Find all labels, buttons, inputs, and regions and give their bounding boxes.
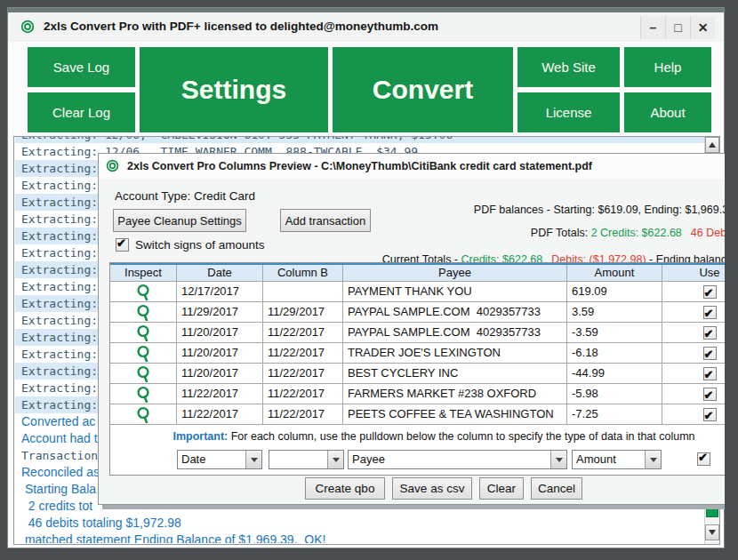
payee-cell: TRADER JOE'S LEXINGTON <box>343 343 567 364</box>
column-type-dropdown-date[interactable]: Date <box>177 450 262 469</box>
moneythumb-logo-icon <box>106 159 119 176</box>
chevron-down-icon[interactable] <box>327 451 343 468</box>
column-type-dropdown-payee[interactable]: Payee <box>348 450 567 469</box>
important-note: Important: For each column, use the pull… <box>110 425 738 448</box>
payee-cleanup-settings-button[interactable]: Payee Cleanup Settings <box>113 209 246 232</box>
chevron-down-icon[interactable] <box>245 451 261 468</box>
dialog-body: Account Type: Credit Card PDF balances -… <box>99 179 738 504</box>
dropdown-value: Date <box>181 452 205 466</box>
table-row: 11/22/201711/22/2017PEETS COFFEE & TEA W… <box>110 404 738 425</box>
use-checkbox[interactable] <box>703 326 717 340</box>
inspect-magnifier-icon[interactable] <box>110 364 177 384</box>
table-row: 11/20/201711/22/2017PAYPAL SAMPLE.COM 40… <box>110 323 738 343</box>
chevron-down-icon[interactable] <box>645 451 661 468</box>
scroll-up-button[interactable] <box>705 137 719 153</box>
account-type-label: Account Type: Credit Card <box>115 189 255 203</box>
date-cell: 12/17/2017 <box>177 282 263 302</box>
use-checkbox[interactable] <box>703 388 717 401</box>
inspect-magnifier-icon[interactable] <box>110 302 177 323</box>
amount-cell: -7.25 <box>567 404 662 425</box>
column-b-cell: 11/22/2017 <box>263 404 343 425</box>
dialog-title: 2xls Convert Pro Columns Preview - C:\Mo… <box>127 160 592 172</box>
payee-cell: PAYMENT THANK YOU <box>343 282 567 302</box>
date-cell: 11/20/2017 <box>177 364 263 384</box>
payee-cell: BEST CYCLERY INC <box>343 364 567 384</box>
clear-log-button[interactable]: Clear Log <box>28 92 135 132</box>
column-header-inspect[interactable]: Inspect <box>110 265 177 282</box>
switch-signs-row: Switch signs of amounts <box>116 238 265 252</box>
transactions-table: InspectDateColumn BPayeeAmountUse12/17/2… <box>110 263 738 425</box>
arrow-up-icon <box>709 142 716 148</box>
add-transaction-button[interactable]: Add transaction <box>280 209 371 232</box>
columns-preview-dialog: 2xls Convert Pro Columns Preview - C:\Mo… <box>98 153 738 505</box>
chevron-down-icon[interactable] <box>550 451 566 468</box>
column-b-cell: 11/22/2017 <box>263 364 343 384</box>
date-cell: 11/22/2017 <box>177 384 263 404</box>
desktop-right-band <box>725 0 738 560</box>
date-cell: 11/22/2017 <box>177 404 263 425</box>
column-selector-row: Date Payee Amount <box>110 448 738 472</box>
about-button[interactable]: About <box>624 92 711 132</box>
log-line: 46 debits totaling $1,972.98 <box>15 515 704 532</box>
desktop: 2xls Convert Pro with PDF+ licensed to d… <box>0 0 738 560</box>
main-window-title: 2xls Convert Pro with PDF+ licensed to d… <box>44 20 438 33</box>
column-type-dropdown-amount[interactable]: Amount <box>572 450 662 469</box>
column-b-cell <box>263 282 343 302</box>
minimize-button[interactable]: – <box>640 16 665 39</box>
use-checkbox[interactable] <box>703 306 717 319</box>
use-checkbox[interactable] <box>703 347 717 360</box>
table-row: 11/20/201711/22/2017TRADER JOE'S LEXINGT… <box>110 343 738 364</box>
settings-button[interactable]: Settings <box>140 47 328 132</box>
payee-cell: FARMERS MARKET #238 OXFORD <box>343 384 567 404</box>
scrollbar-thumb[interactable] <box>706 508 718 517</box>
table-header-row: InspectDateColumn BPayeeAmountUse <box>110 263 738 282</box>
window-controls: – □ ✕ <box>640 16 715 39</box>
inspect-magnifier-icon[interactable] <box>110 384 177 404</box>
table-panel: InspectDateColumn BPayeeAmountUse12/17/2… <box>109 262 738 476</box>
column-header-amount[interactable]: Amount <box>567 265 662 282</box>
close-button[interactable]: ✕ <box>690 16 715 39</box>
column-b-cell: 11/22/2017 <box>263 323 343 343</box>
use-checkbox[interactable] <box>703 408 717 421</box>
help-button[interactable]: Help <box>624 47 711 87</box>
use-checkbox[interactable] <box>703 367 717 380</box>
table-row: 11/22/201711/22/2017FARMERS MARKET #238 … <box>110 384 738 404</box>
column-type-dropdown-columnb[interactable] <box>269 450 344 469</box>
save-as-csv-button[interactable]: Save as csv <box>392 477 472 500</box>
payee-cell: PAYPAL SAMPLE.COM 4029357733 <box>343 302 567 323</box>
date-cell: 11/29/2017 <box>177 302 263 323</box>
save-log-button[interactable]: Save Log <box>28 47 135 87</box>
column-header-column-b[interactable]: Column B <box>263 265 343 282</box>
amount-cell: -3.59 <box>567 323 662 343</box>
pdf-totals-label: PDF Totals: <box>531 227 591 239</box>
main-titlebar[interactable]: 2xls Convert Pro with PDF+ licensed to d… <box>8 12 724 43</box>
amount-cell: -44.99 <box>567 364 662 384</box>
inspect-magnifier-icon[interactable] <box>110 282 177 302</box>
main-toolbar: Save Log Clear Log Settings Convert Web … <box>8 42 724 136</box>
log-line: matched statement Ending Balance of $1,9… <box>15 532 704 543</box>
pdf-credits-total: 2 Credits: $622.68 <box>591 227 682 239</box>
web-site-button[interactable]: Web Site <box>517 47 620 87</box>
table-row: 12/17/2017PAYMENT THANK YOU619.09 <box>110 282 738 302</box>
column-b-cell: 11/22/2017 <box>263 384 343 404</box>
inspect-magnifier-icon[interactable] <box>110 404 177 425</box>
license-button[interactable]: License <box>517 92 620 132</box>
use-checkbox[interactable] <box>703 285 717 299</box>
use-all-checkbox[interactable] <box>697 452 710 466</box>
clear-button[interactable]: Clear <box>479 477 524 500</box>
amount-cell: 619.09 <box>567 282 662 302</box>
inspect-magnifier-icon[interactable] <box>110 343 177 364</box>
switch-signs-checkbox[interactable] <box>116 238 129 252</box>
amount-cell: 3.59 <box>567 302 662 323</box>
dialog-titlebar[interactable]: 2xls Convert Pro Columns Preview - C:\Mo… <box>99 154 738 180</box>
scroll-down-button[interactable] <box>705 524 719 540</box>
maximize-button[interactable]: □ <box>665 16 690 39</box>
convert-button[interactable]: Convert <box>333 47 513 132</box>
column-header-date[interactable]: Date <box>177 265 263 282</box>
column-b-cell: 11/29/2017 <box>263 302 343 323</box>
create-qbo-button[interactable]: Create qbo <box>305 477 385 500</box>
inspect-magnifier-icon[interactable] <box>110 323 177 343</box>
moneythumb-logo-icon <box>20 20 35 37</box>
cancel-button[interactable]: Cancel <box>531 477 582 500</box>
column-header-payee[interactable]: Payee <box>343 265 567 282</box>
